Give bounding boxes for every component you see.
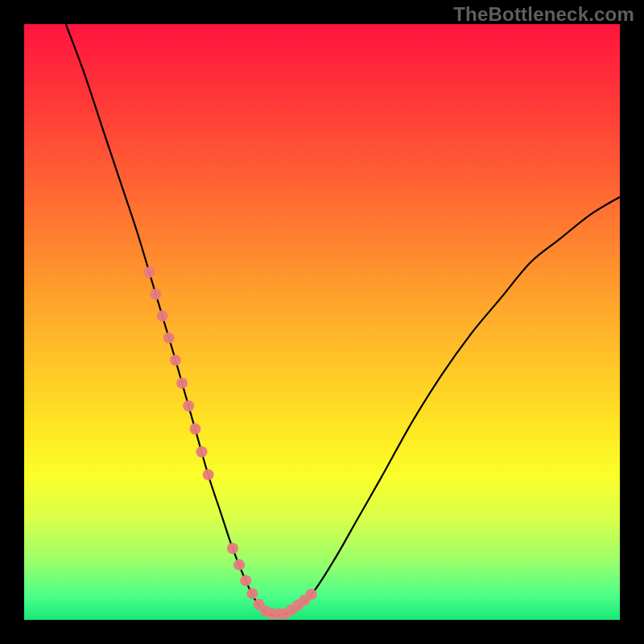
highlight-bead xyxy=(246,588,258,599)
curve-svg xyxy=(24,24,620,620)
watermark-text: TheBottleneck.com xyxy=(453,3,634,26)
highlight-bead xyxy=(176,378,188,389)
bottleneck-curve xyxy=(66,24,620,616)
plot-area xyxy=(24,24,620,620)
highlight-bead xyxy=(157,311,168,322)
highlight-beads xyxy=(143,266,316,619)
highlight-bead xyxy=(196,446,208,457)
highlight-bead xyxy=(170,354,181,365)
highlight-bead xyxy=(203,469,214,481)
highlight-bead xyxy=(240,575,251,586)
highlight-bead xyxy=(143,266,155,278)
chart-frame: TheBottleneck.com xyxy=(0,0,644,644)
highlight-bead xyxy=(151,289,162,300)
highlight-bead xyxy=(183,400,194,411)
highlight-bead xyxy=(189,423,200,435)
highlight-bead xyxy=(163,332,175,344)
highlight-bead xyxy=(306,588,317,600)
highlight-bead xyxy=(227,543,238,554)
highlight-bead xyxy=(233,559,245,571)
